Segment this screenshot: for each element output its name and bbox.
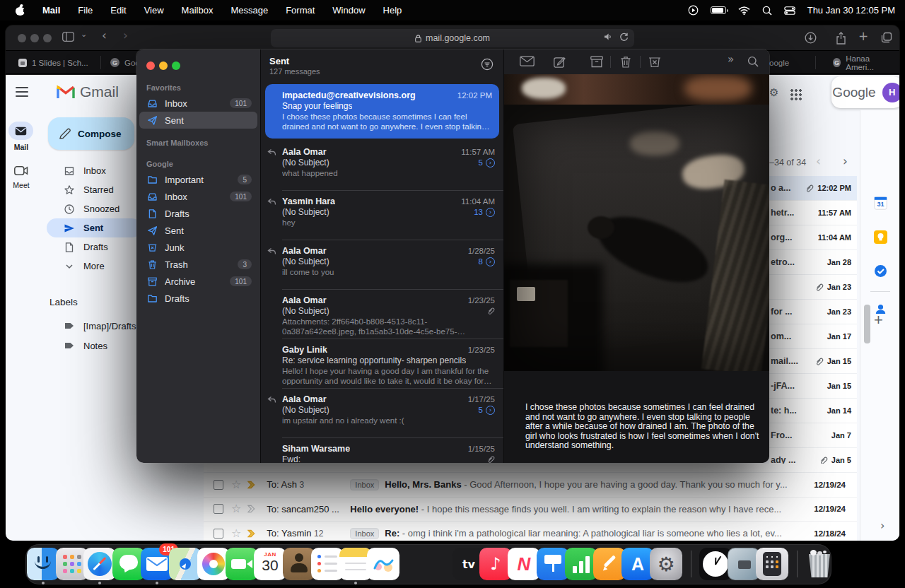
gmail-row[interactable]: etro... Jan 28 — [769, 250, 857, 275]
sidebar-toggle-icon[interactable] — [62, 32, 74, 42]
address-bar[interactable]: mail.google.com — [271, 29, 634, 47]
message-row[interactable]: Siham Warsame 1/15/25 Fwd: › — [261, 437, 503, 463]
mailbox-item[interactable]: Inbox 101 — [139, 188, 257, 205]
compose-icon[interactable] — [554, 56, 566, 68]
thread-expand-icon[interactable]: › — [486, 158, 495, 167]
dock-calendar-icon[interactable]: JAN 30 — [254, 548, 286, 580]
mailbox-item[interactable]: Drafts — [139, 205, 257, 222]
rail-meet-label[interactable]: Meet — [6, 181, 37, 189]
thread-expand-icon[interactable]: › — [486, 257, 495, 266]
message-row[interactable]: Aala Omar 1/28/25 (No Subject) 8› ill co… — [261, 240, 503, 289]
mailbox-item[interactable]: Sent — [139, 112, 257, 129]
close-window-button[interactable] — [146, 61, 155, 70]
rail-mail-label[interactable]: Mail — [6, 143, 37, 151]
gmail-row[interactable]: o a... 12:02 PM — [769, 176, 857, 201]
tab-overview-icon[interactable] — [881, 32, 892, 43]
dock-news-icon[interactable]: N — [508, 548, 540, 580]
checkbox[interactable] — [214, 529, 223, 539]
gmail-label-item[interactable]: [Imap]/Drafts — [47, 316, 146, 336]
zoom-window-button[interactable] — [172, 61, 180, 70]
control-center-icon[interactable] — [784, 6, 795, 15]
close-window-button[interactable] — [18, 34, 26, 42]
importance-marker-icon[interactable] — [247, 529, 257, 538]
message-row[interactable]: Aala Omar 1/17/25 (No Subject) 5› im ups… — [261, 388, 503, 437]
message-row[interactable]: Yasmin Hara 11:04 AM (No Subject) 13› he… — [261, 190, 503, 240]
menu-bar-clock[interactable]: Thu Jan 30 12:05 PM — [807, 5, 895, 16]
side-panel-collapse-icon[interactable]: › — [880, 519, 884, 532]
minimize-window-button[interactable] — [30, 34, 39, 42]
gmail-row[interactable]: Fro... Jan 7 — [769, 423, 857, 448]
google-apps-grid-icon[interactable] — [790, 89, 802, 100]
attachment-image-top[interactable] — [504, 74, 769, 105]
google-account-chip[interactable]: Google H — [831, 76, 899, 108]
dock-trash-icon[interactable] — [803, 548, 836, 580]
gmail-nav-item[interactable]: More — [47, 257, 141, 276]
checkbox[interactable] — [214, 504, 223, 514]
gmail-nav-item[interactable]: Drafts — [47, 237, 141, 257]
dock-calculator-icon[interactable] — [756, 548, 788, 580]
gmail-row[interactable]: for ... Jan 23 — [769, 300, 857, 324]
reload-icon[interactable] — [619, 33, 629, 42]
dock-finder-icon[interactable] — [27, 548, 59, 580]
gear-icon[interactable]: ⚙ — [769, 86, 778, 99]
add-panel-app-button[interactable]: + — [874, 311, 883, 329]
battery-icon[interactable] — [711, 6, 726, 14]
gmail-nav-item[interactable]: Snoozed — [47, 199, 141, 218]
get-mail-icon[interactable] — [520, 56, 535, 66]
star-icon[interactable]: ☆ — [231, 503, 241, 514]
gmail-row[interactable]: hetr... 11:57 AM — [769, 201, 857, 225]
rail-mail-chip[interactable] — [8, 122, 33, 140]
audio-mute-icon[interactable] — [604, 33, 612, 41]
menu-item-edit[interactable]: Edit — [110, 5, 126, 16]
older-page-arrow[interactable]: › — [843, 154, 848, 168]
gmail-row[interactable]: Jan 23 — [769, 275, 857, 300]
menu-item-mailbox[interactable]: Mailbox — [182, 5, 214, 16]
tab-google-partial[interactable]: oogle — [766, 51, 792, 74]
gmail-row[interactable]: mail.... Jan 15 — [769, 349, 857, 374]
more-toolbar-chevrons[interactable]: » — [728, 53, 734, 66]
thread-count[interactable]: 5› — [479, 406, 495, 415]
mailbox-item[interactable]: Drafts — [139, 290, 257, 307]
meet-icon[interactable] — [14, 165, 28, 176]
sidebar-chevron-icon[interactable]: ⌄ — [81, 30, 87, 39]
mailbox-item[interactable]: Trash 3 — [139, 256, 257, 273]
filter-icon[interactable] — [481, 58, 494, 71]
wifi-icon[interactable] — [738, 6, 750, 15]
now-playing-icon[interactable] — [688, 5, 699, 16]
tab-hanaa[interactable]: G Hanaa Ameri... — [826, 51, 899, 74]
message-row[interactable]: impactedu@creativevisions.org 12:02 PM S… — [265, 84, 499, 139]
dock-freeform-icon[interactable] — [367, 548, 399, 580]
gmail-row[interactable]: om... Jan 17 — [769, 324, 857, 349]
thread-count[interactable]: 8› — [479, 257, 495, 266]
menu-item-view[interactable]: View — [144, 5, 164, 16]
checkbox[interactable] — [214, 480, 223, 490]
back-button[interactable]: ‹ — [102, 28, 107, 42]
gmail-row[interactable]: -jFA... Jan 15 — [769, 374, 857, 399]
message-row[interactable]: Aala Omar 11:57 AM (No Subject) 5› what … — [261, 141, 503, 190]
gmail-nav-item[interactable]: Sent — [47, 218, 141, 237]
menu-app-name[interactable]: Mail — [42, 5, 60, 16]
dock-safari-icon[interactable] — [83, 548, 116, 580]
dock-settings-icon[interactable]: ⚙ — [650, 548, 682, 580]
mailbox-item[interactable]: Inbox 101 — [139, 95, 257, 112]
star-icon[interactable]: ☆ — [231, 528, 241, 539]
gmail-nav-item[interactable]: Starred — [47, 180, 141, 199]
mailbox-item[interactable]: Important 5 — [139, 171, 257, 188]
tab-slides[interactable]: 1 Slides | Sch... — [11, 51, 95, 74]
scrollbar-thumb[interactable] — [864, 305, 870, 343]
avatar[interactable]: H — [882, 83, 899, 102]
minimize-window-button[interactable] — [159, 61, 168, 70]
gmail-row[interactable]: org... 11:04 AM — [769, 225, 857, 250]
menu-item-message[interactable]: Message — [230, 5, 268, 16]
importance-marker-icon[interactable] — [247, 505, 257, 513]
forward-button[interactable]: › — [123, 28, 128, 42]
tasks-icon[interactable] — [874, 264, 887, 278]
gmail-row[interactable]: ☆ To: Ash 3 Inbox Hello, Mrs. Banks - Go… — [204, 473, 857, 498]
newer-page-arrow[interactable]: ‹ — [816, 154, 821, 168]
thread-expand-icon[interactable]: › — [486, 208, 495, 217]
mailbox-item[interactable]: Sent — [139, 222, 257, 239]
importance-marker-icon[interactable] — [247, 481, 257, 489]
message-row[interactable]: Aala Omar 1/23/25 (No Subject) › Attachm… — [261, 289, 503, 339]
gmail-nav-item[interactable]: Inbox — [47, 161, 141, 180]
trash-icon[interactable] — [620, 56, 631, 68]
